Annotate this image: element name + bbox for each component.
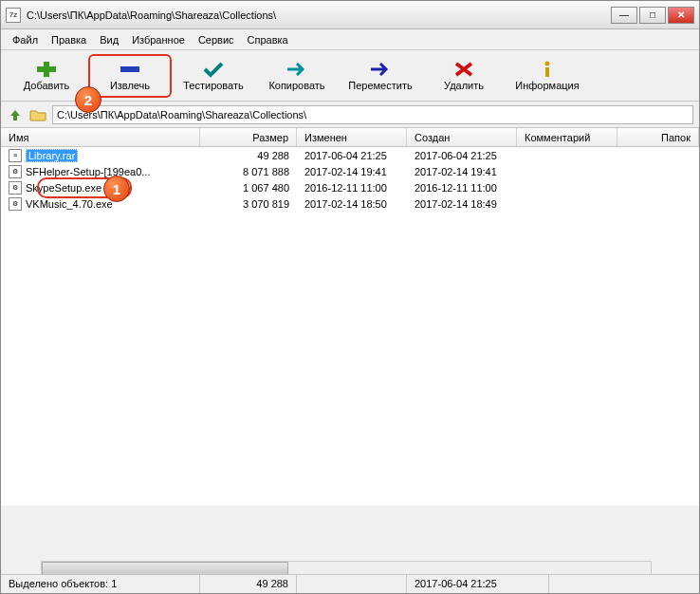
window-title: C:\Users\ПК\AppData\Roaming\Shareaza\Col… [27,9,611,21]
file-size: 49 288 [200,150,297,161]
annotation-badge-2: 2 [75,86,101,113]
up-button[interactable] [7,106,24,123]
check-icon [201,61,226,78]
addressbar: C:\Users\ПК\AppData\Roaming\Shareaza\Col… [1,102,699,128]
folder-icon [29,108,46,121]
titlebar: 7z C:\Users\ПК\AppData\Roaming\Shareaza\… [1,1,699,29]
info-label: Информация [515,80,579,91]
svg-rect-4 [545,67,549,77]
status-size: 49 288 [200,575,297,593]
menu-view[interactable]: Вид [94,31,124,48]
info-icon [535,61,560,78]
move-button[interactable]: Переместить [339,54,422,98]
add-label: Добавить [24,80,70,91]
minimize-button[interactable]: — [611,7,637,24]
file-name: SFHelper-Setup-[199ea0... [26,166,150,177]
menu-fav[interactable]: Избранное [126,31,191,48]
scroll-thumb[interactable] [42,562,288,575]
file-list[interactable]: ≡ Library.rar 49 288 2017-06-04 21:25 20… [1,147,699,506]
svg-point-3 [545,61,550,65]
extract-label: Извлечь [110,80,150,91]
close-button[interactable]: ✕ [668,7,694,24]
menubar: Файл Правка Вид Избранное Сервис Справка [1,29,699,50]
status-empty [297,575,407,593]
menu-file[interactable]: Файл [7,31,44,48]
header-created[interactable]: Создан [407,128,517,146]
delete-label: Удалить [444,80,484,91]
menu-tools[interactable]: Сервис [193,31,240,48]
info-button[interactable]: Информация [506,54,589,98]
rar-file-icon: ≡ [9,149,22,162]
svg-rect-2 [120,66,139,72]
file-created: 2016-12-11 11:00 [407,182,517,194]
test-button[interactable]: Тестировать [172,54,255,98]
arrow-right-icon [285,61,309,78]
header-comment[interactable]: Комментарий [517,128,617,146]
exe-file-icon: ⚙ [9,181,22,195]
exe-file-icon: ⚙ [9,197,22,211]
test-label: Тестировать [183,80,244,91]
file-name: VKMusic_4.70.exe [26,198,113,210]
menu-edit[interactable]: Правка [46,31,92,48]
move-label: Переместить [348,80,412,91]
file-size: 1 067 480 [200,182,297,194]
app-window: 7z C:\Users\ПК\AppData\Roaming\Shareaza\… [0,0,700,594]
file-modified: 2016-12-11 11:00 [297,182,407,194]
add-button[interactable]: Добавить [5,54,88,98]
status-selection: Выделено объектов: 1 [1,575,200,593]
menu-help[interactable]: Справка [242,31,294,48]
file-size: 8 071 888 [200,166,297,177]
file-modified: 2017-02-14 19:41 [297,166,407,177]
file-modified: 2017-02-14 18:50 [297,198,407,210]
arrow-move-icon [368,61,393,78]
file-modified: 2017-06-04 21:25 [297,150,407,161]
toolbar: Добавить Извлечь Тестировать Копировать … [1,50,699,102]
status-date: 2017-06-04 21:25 [407,575,549,593]
window-buttons: — □ ✕ [611,7,694,24]
minus-icon [118,61,142,78]
column-headers: Имя Размер Изменен Создан Комментарий Па… [1,128,699,147]
svg-rect-1 [37,66,56,72]
app-icon: 7z [6,8,21,23]
file-size: 3 070 819 [200,198,297,210]
copy-label: Копировать [268,80,324,91]
file-name: Library.rar [26,149,78,162]
plus-icon [34,61,59,78]
x-icon [451,61,476,78]
list-item[interactable]: ≡ Library.rar 49 288 2017-06-04 21:25 20… [1,147,699,163]
file-created: 2017-06-04 21:25 [407,150,517,161]
header-folders[interactable]: Папок [617,128,699,146]
file-created: 2017-02-14 18:49 [407,198,517,210]
statusbar: Выделено объектов: 1 49 288 2017-06-04 2… [1,574,699,593]
address-input[interactable]: C:\Users\ПК\AppData\Roaming\Shareaza\Col… [52,105,693,124]
delete-button[interactable]: Удалить [422,54,506,98]
header-name[interactable]: Имя [1,128,200,146]
annotation-badge-1: 1 [103,176,130,202]
exe-file-icon: ⚙ [9,165,22,178]
file-created: 2017-02-14 19:41 [407,166,517,177]
copy-button[interactable]: Копировать [255,54,339,98]
maximize-button[interactable]: □ [639,7,666,24]
header-modified[interactable]: Изменен [297,128,407,146]
extract-button[interactable]: Извлечь [88,54,172,98]
header-size[interactable]: Размер [200,128,297,146]
